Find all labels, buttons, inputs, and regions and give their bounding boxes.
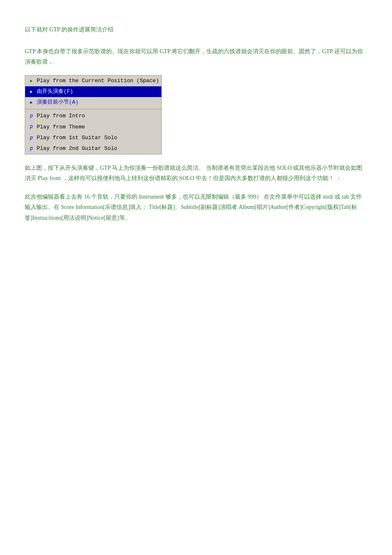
menu-item-from-beginning[interactable]: ▶ 由开头演奏(F) [25,86,161,97]
p-icon-intro: p [28,114,35,119]
gtp-intro-text: GTP 本身也自带了很多示范歌谱的。现在你就可以用 GTP 将它们翻开，生疏的六… [25,46,367,67]
p-icon-1st-solo: p [28,135,35,141]
play-icon-current-bar: ▶ [28,100,35,105]
menu-label-theme: Play from Theme [37,123,85,132]
menu-item-2nd-solo[interactable]: p Play from 2nd Guitar Solo [25,143,161,154]
menu-label-current-bar: 演奏目前小节(A) [37,98,78,107]
intro-heading: 以下就对 GTP 的操作进展简洁介绍 [25,25,367,35]
description-editor-info: 此吉他编辑器看上去有 16 个音轨，只要你的 Instrument 够多，也可以… [25,192,367,223]
menu-item-1st-solo[interactable]: p Play from 1st Guitar Solo [25,133,161,143]
menu-label-beginning: 由开头演奏(F) [37,87,73,96]
menu-item-theme[interactable]: p Play from Theme [25,122,161,133]
menu-separator [25,109,161,109]
menu-item-current[interactable]: ▶ Play from the Current Position (Space) [25,76,161,86]
p-icon-2nd-solo: p [28,146,35,152]
menu-item-current-bar[interactable]: ▶ 演奏目前小节(A) [25,97,161,108]
menu-label-1st-solo: Play from 1st Guitar Solo [37,133,117,142]
play-menu: ▶ Play from the Current Position (Space)… [25,75,162,154]
p-icon-theme: p [28,124,35,130]
play-icon-beginning: ▶ [28,89,35,95]
menu-item-intro[interactable]: p Play from Intro [25,111,161,121]
menu-label-intro: Play from Intro [37,111,85,121]
menu-label-2nd-solo: Play from 2nd Guitar Solo [37,144,117,153]
play-icon-current: ▶ [28,78,35,84]
description-play-from: 如上图，按下从开头演奏键，GTP 马上为你演奏一份歌谱就这么简洁。 当制谱者有意… [25,163,367,183]
menu-label-current: Play from the Current Position (Space) [37,76,159,85]
